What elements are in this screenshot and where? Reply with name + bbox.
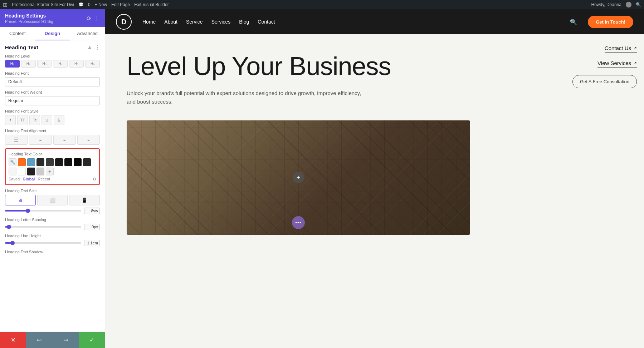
align-left-button[interactable]: ☰ — [5, 135, 28, 145]
site-name[interactable]: Professional Starter Site For Divi — [12, 2, 74, 7]
heading-font-select[interactable]: Default — [5, 77, 100, 86]
align-justify-button[interactable]: ≡ — [77, 135, 100, 145]
settings-sync-icon[interactable]: ⟳ — [87, 15, 91, 22]
text-size-slider[interactable] — [5, 210, 81, 212]
cancel-button[interactable]: ✕ — [0, 332, 26, 348]
sidebar-header: Heading Settings Preset: Professional H1… — [0, 9, 105, 27]
redo-button[interactable]: ↪ — [53, 332, 79, 348]
tablet-device-button[interactable]: ⬜ — [37, 195, 68, 205]
collapse-icon[interactable]: ▲ — [87, 44, 92, 50]
nav-links: Home About Service Services Blog Contact — [142, 19, 559, 25]
color-dark5[interactable] — [74, 158, 82, 166]
section-options-button[interactable]: ••• — [292, 216, 305, 229]
color-tab-saved[interactable]: Saved — [9, 177, 20, 182]
color-dark4[interactable] — [64, 158, 72, 166]
nav-home[interactable]: Home — [142, 19, 156, 25]
color-tab-global[interactable]: Global — [23, 177, 35, 182]
contact-us-link[interactable]: Contact Us ↗ — [605, 45, 637, 53]
add-section-button[interactable]: + — [293, 172, 304, 183]
sidebar-tabs: Content Design Advanced — [0, 27, 105, 40]
color-tabs: Saved Global Recent ⚙ — [9, 177, 96, 182]
letter-spacing-value[interactable]: 0px — [84, 224, 100, 230]
underline-button[interactable]: U — [42, 115, 52, 125]
view-services-link[interactable]: View Services ↗ — [597, 60, 637, 68]
color-blue[interactable] — [27, 158, 35, 166]
tab-content[interactable]: Content — [0, 27, 35, 40]
color-tab-recent[interactable]: Recent — [38, 177, 50, 182]
wp-logo-icon: ⊞ — [3, 1, 8, 8]
color-dark6[interactable] — [83, 158, 91, 166]
add-color-button[interactable]: + — [46, 168, 54, 175]
nav-services[interactable]: Services — [211, 19, 231, 25]
h4-button[interactable]: H₄ — [53, 60, 68, 68]
page-main: Level Up Your Business Unlock your brand… — [105, 34, 565, 348]
h5-button[interactable]: H₅ — [69, 60, 84, 68]
free-consultation-button[interactable]: Get A Free Consultation — [572, 75, 637, 88]
italic-button[interactable]: I — [5, 115, 16, 125]
nav-about[interactable]: About — [164, 19, 177, 25]
comment-icon: 💬 — [78, 2, 84, 7]
heading-line-height-label: Heading Line Height — [5, 234, 100, 238]
hero-image[interactable]: + ••• — [127, 120, 470, 235]
h1-button[interactable]: H₁ — [5, 60, 20, 68]
nav-service[interactable]: Service — [186, 19, 203, 25]
color-settings-gear[interactable]: ⚙ — [93, 177, 96, 182]
uppercase-button[interactable]: TT — [17, 115, 28, 125]
h3-button[interactable]: H₃ — [37, 60, 52, 68]
device-buttons: 🖥 ⬜ 📱 — [5, 195, 100, 205]
nav-search-icon[interactable]: 🔍 — [570, 19, 577, 25]
section-more-icon[interactable]: ⋮ — [94, 44, 100, 50]
heading-text-shadow-label: Heading Text Shadow — [5, 250, 100, 254]
site-navigation: D Home About Service Services Blog Conta… — [105, 9, 644, 34]
line-height-slider[interactable] — [5, 242, 81, 244]
tab-advanced[interactable]: Advanced — [70, 27, 105, 40]
mobile-device-button[interactable]: 📱 — [69, 195, 100, 205]
comment-count: 0 — [88, 2, 91, 7]
h2-button[interactable]: H₂ — [21, 60, 36, 68]
eyedropper-tool[interactable]: 🔧 — [9, 158, 16, 166]
exit-builder-link[interactable]: Exit Visual Builder — [134, 2, 169, 7]
site-logo[interactable]: D — [116, 14, 132, 30]
hero-heading: Level Up Your Business — [127, 52, 544, 80]
undo-button[interactable]: ↩ — [26, 332, 52, 348]
desktop-device-button[interactable]: 🖥 — [5, 195, 36, 205]
color-dark7[interactable] — [27, 168, 35, 175]
save-button[interactable]: ✓ — [79, 332, 105, 348]
align-center-button[interactable]: ≡ — [29, 135, 52, 145]
capitalize-button[interactable]: Tt — [29, 115, 40, 125]
heading-font-weight-label: Heading Font Weight — [5, 90, 100, 94]
color-orange[interactable] — [18, 158, 26, 166]
new-link[interactable]: + New — [95, 2, 107, 7]
sidebar-title: Heading Settings — [5, 13, 53, 19]
color-dark2[interactable] — [46, 158, 54, 166]
heading-text-color-section: Heading Text Color 🔧 + — [5, 148, 100, 185]
color-white2[interactable] — [18, 168, 26, 175]
contact-us-arrow-icon: ↗ — [633, 46, 637, 51]
edit-page-link[interactable]: Edit Page — [111, 2, 130, 7]
h6-button[interactable]: H₆ — [85, 60, 100, 68]
color-dark1[interactable] — [36, 158, 44, 166]
heading-levels: H₁ H₂ H₃ H₄ H₅ H₆ — [5, 60, 100, 68]
color-dark3[interactable] — [55, 158, 63, 166]
view-services-arrow-icon: ↗ — [633, 61, 637, 66]
align-right-button[interactable]: ≡ — [53, 135, 76, 145]
settings-more-icon[interactable]: ⋮ — [94, 15, 100, 22]
nav-contact[interactable]: Contact — [258, 19, 275, 25]
heading-font-weight-select[interactable]: Regular — [5, 96, 100, 105]
text-size-value[interactable]: 8vw — [84, 208, 100, 214]
sidebar-content: Heading Text ▲ ⋮ Heading Level H₁ H₂ H₃ … — [0, 40, 105, 332]
admin-bar: ⊞ Professional Starter Site For Divi 💬 0… — [0, 0, 644, 9]
strikethrough-button[interactable]: S — [54, 115, 64, 125]
sidebar-preset: Preset: Professional H1 Big — [5, 19, 53, 24]
font-style-buttons: I TT Tt U S — [5, 115, 100, 125]
color-light[interactable] — [36, 168, 44, 175]
heading-text-align-label: Heading Text Alignment — [5, 129, 100, 133]
line-height-value[interactable]: 1.1em — [84, 240, 100, 246]
letter-spacing-slider[interactable] — [5, 226, 81, 228]
nav-cta-button[interactable]: Get In Touch! — [588, 16, 633, 28]
color-white1[interactable] — [9, 168, 16, 175]
nav-blog[interactable]: Blog — [239, 19, 249, 25]
page-content: Level Up Your Business Unlock your brand… — [105, 34, 644, 348]
admin-search-icon: 🔍 — [636, 2, 641, 7]
tab-design[interactable]: Design — [35, 27, 70, 40]
